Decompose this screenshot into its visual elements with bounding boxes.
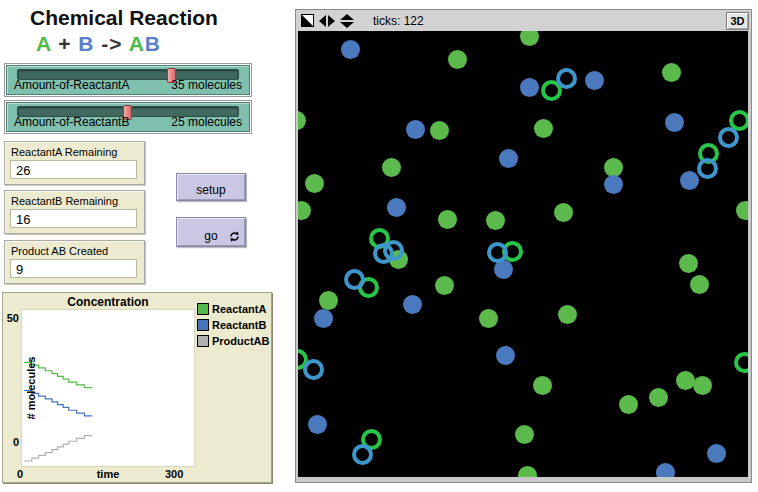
molecule-reactant-a (479, 309, 498, 328)
molecule-reactant-b (520, 78, 539, 97)
molecule-product-ab-blue-ring (352, 444, 373, 465)
horizontal-arrows-icon (319, 15, 335, 27)
plot-lines (22, 310, 194, 466)
molecule-reactant-a (679, 254, 698, 273)
legend-label: ReactantB (212, 319, 266, 331)
formula-part: A (36, 32, 51, 55)
legend-swatch (197, 335, 209, 347)
legend-label: ProductAB (212, 335, 269, 347)
world-view-header: ticks: 122 3D (296, 10, 751, 31)
legend-item: ReactantA (197, 303, 269, 315)
molecule-reactant-b (585, 71, 604, 90)
molecule-reactant-a (430, 121, 449, 140)
y-axis-max-label: 50 (4, 312, 19, 324)
molecule-reactant-a (736, 201, 749, 220)
monitor-value: 9 (10, 259, 137, 278)
molecule-reactant-b (341, 40, 360, 59)
slider-body: Amount-of-ReactantB 25 molecules (6, 102, 250, 132)
go-button[interactable]: go (176, 217, 246, 247)
slider-amount-of-reactanta[interactable]: Amount-of-ReactantA 35 molecules (4, 63, 252, 97)
vertical-arrows-icon (340, 14, 354, 28)
molecule-product-ab-blue-ring (697, 158, 718, 179)
molecule-reactant-b (406, 120, 425, 139)
molecule-product-ab-blue-ring (383, 240, 404, 261)
3d-view-button[interactable]: 3D (726, 12, 749, 30)
ticks-counter: ticks: 122 (373, 14, 424, 28)
molecule-reactant-b (707, 444, 726, 463)
molecule-reactant-a (619, 395, 638, 414)
plot-title: Concentration (21, 295, 195, 309)
monitor-reactantb-remaining: ReactantB Remaining 16 (4, 190, 145, 234)
molecule-reactant-a (520, 31, 539, 46)
molecule-reactant-b (403, 295, 422, 314)
plot-canvas: # molecules (21, 309, 195, 467)
molecule-reactant-b (656, 463, 675, 478)
formula-part: B (78, 32, 94, 55)
molecule-reactant-a (693, 376, 712, 395)
slider-label: Amount-of-ReactantA (14, 78, 129, 92)
legend-label: ReactantA (212, 303, 266, 315)
molecule-product-ab-blue-ring (344, 269, 365, 290)
molecule-reactant-a (662, 63, 681, 82)
monitor-label: Product AB Created (5, 241, 144, 257)
molecule-reactant-b (665, 113, 684, 132)
molecule-reactant-a (298, 111, 306, 130)
molecule-reactant-a (298, 201, 311, 220)
legend-item: ProductAB (197, 335, 269, 347)
app-window: Chemical Reaction A + B -> AB Amount-of-… (0, 0, 758, 492)
formula-part: + (51, 32, 78, 55)
slider-value: 35 molecules (171, 78, 242, 92)
molecule-reactant-a (554, 203, 573, 222)
molecule-reactant-a (533, 376, 552, 395)
molecule-reactant-b (604, 175, 623, 194)
molecule-reactant-a (534, 119, 553, 138)
molecule-reactant-a (676, 371, 695, 390)
slider-label: Amount-of-ReactantB (14, 115, 129, 129)
world-canvas[interactable] (298, 31, 748, 477)
reaction-formula: A + B -> AB (36, 32, 161, 56)
slider-amount-of-reactantb[interactable]: Amount-of-ReactantB 25 molecules (4, 100, 252, 134)
y-axis-title: # molecules (25, 357, 37, 420)
plot-legend: ReactantAReactantBProductAB (197, 303, 269, 351)
molecule-reactant-a (515, 425, 534, 444)
molecule-product-ab-blue-ring (556, 68, 577, 89)
molecule-reactant-b (496, 346, 515, 365)
world-view: ticks: 122 3D (295, 9, 752, 483)
slider-body: Amount-of-ReactantA 35 molecules (6, 65, 250, 95)
x-axis-max-label: 300 (165, 468, 183, 480)
monitor-reactanta-remaining: ReactantA Remaining 26 (4, 141, 145, 185)
molecule-product-ab-blue-ring (718, 127, 739, 148)
molecule-reactant-b (680, 171, 699, 190)
molecule-reactant-a (305, 174, 324, 193)
legend-item: ReactantB (197, 319, 269, 331)
forever-loop-icon (229, 231, 240, 242)
molecule-reactant-a (518, 466, 537, 478)
page-title: Chemical Reaction (30, 6, 218, 30)
monitor-product-ab-created: Product AB Created 9 (4, 240, 145, 284)
molecule-reactant-b (314, 309, 333, 328)
monitor-label: ReactantB Remaining (5, 191, 144, 207)
go-button-label: go (204, 229, 217, 243)
molecule-reactant-a (690, 275, 709, 294)
formula-part: B (145, 32, 161, 55)
monitor-value: 16 (10, 209, 137, 228)
molecule-reactant-a (438, 210, 457, 229)
molecule-reactant-b (308, 415, 327, 434)
molecule-product-ab-green-ring (734, 352, 749, 373)
molecule-reactant-a (486, 211, 505, 230)
molecule-reactant-a (319, 291, 338, 310)
formula-part: -> (95, 32, 129, 55)
setup-button[interactable]: setup (176, 173, 246, 201)
monitor-value: 26 (10, 160, 137, 179)
legend-swatch (197, 319, 209, 331)
concentration-plot: Concentration 50 0 # molecules 0 time 30… (2, 292, 272, 483)
molecule-reactant-a (558, 305, 577, 324)
molecule-reactant-b (387, 198, 406, 217)
legend-swatch (197, 303, 209, 315)
molecule-reactant-a (448, 50, 467, 69)
formula-part: A (129, 32, 145, 55)
molecule-reactant-b (499, 149, 518, 168)
molecule-product-ab-blue-ring (303, 359, 324, 380)
slider-value: 25 molecules (171, 115, 242, 129)
y-axis-min-label: 0 (4, 436, 19, 448)
